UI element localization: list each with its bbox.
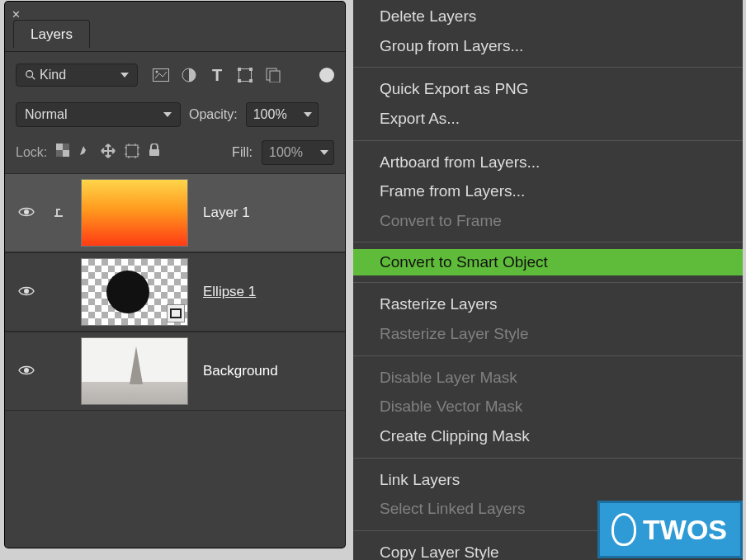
layer-thumbnail[interactable] xyxy=(81,258,188,326)
svg-point-0 xyxy=(26,71,33,78)
bulb-icon xyxy=(611,513,636,546)
lock-position-icon[interactable] xyxy=(101,144,116,162)
layer-badge xyxy=(36,207,81,219)
opacity-value[interactable]: 100% xyxy=(246,102,299,127)
opacity-label: Opacity: xyxy=(189,107,238,122)
lock-image-icon[interactable] xyxy=(78,144,92,162)
menu-item: Disable Layer Mask xyxy=(353,363,743,393)
menu-item[interactable]: Frame from Layers... xyxy=(353,176,743,206)
menu-item[interactable]: Group from Layers... xyxy=(353,31,743,61)
layer-context-menu: Delete Layers Group from Layers... Quick… xyxy=(353,0,743,560)
layer-row[interactable]: Layer 1 xyxy=(5,173,345,252)
svg-point-20 xyxy=(24,289,29,294)
layer-row[interactable]: Ellipse 1 xyxy=(5,252,345,332)
chevron-down-icon xyxy=(163,112,172,117)
menu-separator xyxy=(353,140,743,141)
menu-separator xyxy=(353,355,743,356)
lock-label: Lock: xyxy=(16,145,47,160)
filter-pixel-icon[interactable] xyxy=(149,64,172,87)
layer-thumbnail[interactable] xyxy=(81,337,188,405)
search-icon xyxy=(25,69,36,81)
filter-shape-icon[interactable] xyxy=(234,64,257,87)
layer-row[interactable]: Background xyxy=(5,332,345,411)
chevron-down-icon xyxy=(304,112,312,117)
fill-value[interactable]: 100% xyxy=(262,140,314,165)
visibility-icon[interactable] xyxy=(17,363,36,380)
menu-item[interactable]: Link Layers xyxy=(353,465,743,495)
shape-badge-icon xyxy=(167,304,185,322)
svg-rect-8 xyxy=(238,79,241,82)
tab-layers[interactable]: Layers xyxy=(13,20,90,48)
fill-field[interactable]: 100% xyxy=(262,140,334,165)
menu-separator xyxy=(353,67,743,68)
svg-rect-17 xyxy=(149,149,159,156)
svg-line-1 xyxy=(32,77,35,80)
menu-item: Disable Vector Mask xyxy=(353,392,743,421)
visibility-icon[interactable] xyxy=(17,205,36,222)
filter-toggle-icon[interactable] xyxy=(319,68,334,82)
lock-transparency-icon[interactable] xyxy=(56,144,69,162)
svg-point-3 xyxy=(156,71,158,73)
divider xyxy=(5,51,345,52)
filter-kind-label: Kind xyxy=(40,68,66,82)
svg-rect-15 xyxy=(56,150,63,157)
menu-item[interactable]: Delete Layers xyxy=(353,2,743,31)
menu-item[interactable]: Rasterize Layers xyxy=(353,289,743,319)
svg-rect-13 xyxy=(63,150,69,157)
layers-panel: ✕ Layers Kind T Normal Opacity: 100% xyxy=(5,2,345,548)
menu-item-convert-smart-object[interactable]: Convert to Smart Object xyxy=(353,249,743,275)
layer-name[interactable]: Ellipse 1 xyxy=(203,284,256,300)
menu-item[interactable]: Artboard from Layers... xyxy=(353,148,743,177)
layer-name[interactable]: Background xyxy=(203,363,278,379)
filter-adjustment-icon[interactable] xyxy=(177,64,201,87)
filter-kind-dropdown[interactable]: Kind xyxy=(16,64,138,87)
svg-rect-16 xyxy=(126,145,138,157)
menu-separator xyxy=(353,282,743,283)
menu-separator xyxy=(353,242,743,242)
filter-smartobject-icon[interactable] xyxy=(262,64,285,87)
opacity-dropdown[interactable] xyxy=(299,102,319,127)
layer-thumbnail[interactable] xyxy=(81,179,188,247)
svg-rect-6 xyxy=(238,68,241,71)
svg-point-21 xyxy=(24,368,29,373)
menu-item[interactable]: Export As... xyxy=(353,104,743,134)
blend-mode-value: Normal xyxy=(25,107,68,122)
logo-text: TWOS xyxy=(643,514,727,546)
chevron-down-icon xyxy=(320,150,328,155)
svg-rect-19 xyxy=(54,215,63,217)
blend-mode-dropdown[interactable]: Normal xyxy=(16,102,181,127)
lock-all-icon[interactable] xyxy=(149,144,160,162)
menu-item: Rasterize Layer Style xyxy=(353,319,743,349)
fill-label: Fill: xyxy=(232,145,253,160)
layer-list: Layer 1 Ellipse 1 Background xyxy=(5,173,345,411)
watermark-logo: TWOS xyxy=(597,501,743,558)
chevron-down-icon xyxy=(120,73,129,78)
filter-type-icon[interactable]: T xyxy=(205,64,229,87)
fill-dropdown[interactable] xyxy=(314,140,334,165)
visibility-icon[interactable] xyxy=(17,284,36,301)
svg-point-18 xyxy=(24,209,29,214)
menu-separator xyxy=(353,458,743,459)
panel-tabbar: Layers xyxy=(13,26,90,43)
svg-rect-14 xyxy=(63,144,69,150)
svg-rect-11 xyxy=(270,71,280,82)
svg-rect-9 xyxy=(249,79,253,82)
opacity-field[interactable]: 100% xyxy=(246,102,319,127)
menu-item: Convert to Frame xyxy=(353,206,743,236)
svg-rect-7 xyxy=(249,68,253,71)
svg-rect-12 xyxy=(56,144,63,150)
lock-artboard-icon[interactable] xyxy=(125,144,139,162)
layer-name[interactable]: Layer 1 xyxy=(203,205,250,221)
menu-item[interactable]: Create Clipping Mask xyxy=(353,421,743,451)
close-icon[interactable]: ✕ xyxy=(12,8,21,21)
menu-item[interactable]: Quick Export as PNG xyxy=(353,74,743,104)
